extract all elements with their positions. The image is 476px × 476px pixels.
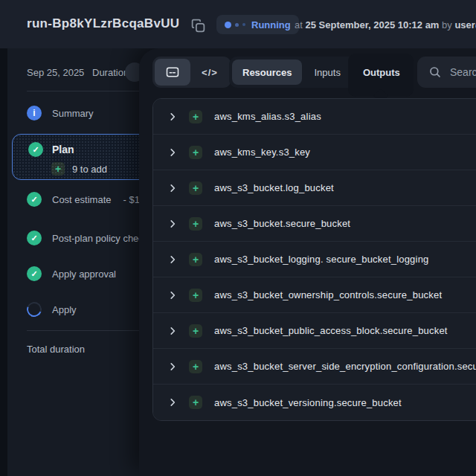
resource-name: aws_s3_bucket_versioning.secure_bucket — [214, 397, 402, 408]
create-plus-icon: + — [189, 181, 202, 195]
check-icon: ✓ — [28, 142, 43, 157]
check-icon: ✓ — [27, 192, 42, 207]
resource-row[interactable]: + aws_s3_bucket_server_side_encryption_c… — [153, 349, 476, 385]
create-plus-icon: + — [189, 289, 202, 302]
resource-name: aws_s3_bucket.secure_bucket — [214, 218, 350, 229]
chevron-right-icon[interactable] — [167, 183, 178, 193]
create-plus-icon: + — [189, 217, 202, 231]
resource-row[interactable]: + aws_s3_bucket_public_access_block.secu… — [153, 313, 476, 349]
step-label: Cost estimate — [52, 194, 111, 205]
resource-row[interactable]: + aws_s3_bucket.secure_bucket — [153, 206, 476, 242]
timestamp-value: 25 September, 2025 10:12 am — [305, 19, 439, 30]
run-timestamp: at 25 September, 2025 10:12 am by user@s… — [295, 19, 476, 30]
create-plus-icon: + — [189, 324, 202, 338]
run-date: Sep 25, 2025 — [27, 67, 84, 78]
divider — [27, 91, 152, 91]
search-icon — [428, 65, 442, 79]
search-box[interactable]: Search — [417, 57, 476, 88]
resource-name: aws_kms_alias.s3_alias — [214, 111, 321, 122]
running-dot-icon — [235, 23, 239, 27]
copy-icon — [190, 18, 206, 33]
code-view-button[interactable]: </> — [192, 59, 228, 86]
check-icon: ✓ — [27, 266, 42, 281]
resource-name: aws_s3_bucket_logging. secure_bucket_log… — [214, 254, 429, 265]
chevron-right-icon[interactable] — [167, 290, 178, 300]
resource-name: aws_s3_bucket_public_access_block.secure… — [214, 325, 448, 336]
sidebar-item-cost-estimate[interactable]: ✓ Cost estimate - $1/ — [27, 192, 143, 207]
step-label: Apply approval — [52, 268, 116, 280]
copy-run-id-button[interactable] — [189, 16, 207, 34]
chevron-right-icon[interactable] — [167, 326, 178, 336]
divider — [27, 330, 152, 331]
check-icon: ✓ — [27, 231, 42, 245]
running-dot-icon — [242, 23, 245, 26]
view-toggle: </> — [152, 57, 231, 88]
chevron-right-icon[interactable] — [167, 147, 178, 158]
create-plus-icon: + — [189, 110, 202, 123]
run-output-panel: </> Resources Inputs Outputs Search + aw… — [139, 48, 476, 476]
status-label: Running — [251, 19, 291, 30]
resource-row[interactable]: + aws_kms_key.s3_key — [153, 135, 476, 170]
sidebar-item-post-plan-policy-check[interactable]: ✓ Post-plan policy check — [27, 231, 148, 245]
info-icon: i — [27, 106, 42, 120]
resource-row[interactable]: + aws_s3_bucket_versioning.secure_bucket — [153, 385, 476, 420]
resource-name: aws_s3_bucket_server_side_encryption_con… — [214, 361, 476, 372]
resource-list: + aws_kms_alias.s3_alias + aws_kms_key.s… — [152, 98, 476, 421]
chevron-right-icon[interactable] — [167, 112, 178, 122]
sidebar-item-summary[interactable]: i Summary — [27, 106, 94, 120]
create-plus-icon: + — [189, 360, 202, 373]
search-placeholder: Search — [450, 66, 476, 78]
chevron-right-icon[interactable] — [167, 361, 178, 372]
code-icon: </> — [202, 67, 218, 78]
plus-icon: + — [51, 162, 65, 176]
sidebar-item-apply[interactable]: Apply — [27, 302, 77, 317]
author-prefix: by — [442, 19, 452, 30]
create-plus-icon: + — [189, 396, 202, 409]
author-value: user@se — [454, 19, 476, 30]
left-edge-strip — [0, 48, 7, 476]
step-label: Summary — [52, 108, 94, 119]
resource-name: aws_kms_key.s3_key — [214, 147, 310, 158]
duration-label: Duration — [92, 67, 129, 78]
run-title: run-Bp8kYLzrBcqaBvUU — [27, 16, 179, 31]
resource-row[interactable]: + aws_s3_bucket_logging. secure_bucket_l… — [153, 242, 476, 277]
resource-row[interactable]: + aws_s3_bucket.log_bucket — [153, 170, 476, 206]
timestamp-prefix: at — [295, 19, 303, 30]
status-badge: Running — [216, 15, 299, 34]
spinner-icon — [25, 300, 45, 320]
structured-view-icon — [165, 65, 180, 80]
output-tabs: Resources Inputs Outputs — [229, 57, 414, 88]
resource-name: aws_s3_bucket.log_bucket — [214, 182, 334, 193]
sidebar-item-plan[interactable]: ✓ Plan + 9 to add — [12, 134, 155, 180]
resource-row[interactable]: + aws_kms_alias.s3_alias — [153, 99, 476, 135]
resource-row[interactable]: + aws_s3_bucket_ownership_controls.secur… — [153, 277, 476, 313]
step-label: Apply — [52, 304, 77, 315]
create-plus-icon: + — [189, 146, 202, 159]
tab-resources[interactable]: Resources — [232, 60, 302, 85]
create-plus-icon: + — [189, 253, 202, 266]
plan-add-count: 9 to add — [72, 164, 107, 175]
tab-inputs[interactable]: Inputs — [303, 60, 350, 85]
chevron-right-icon[interactable] — [167, 397, 178, 408]
tab-outputs[interactable]: Outputs — [353, 60, 411, 85]
step-label: Post-plan policy check — [52, 233, 148, 244]
structured-view-button[interactable] — [155, 59, 190, 86]
total-duration-label: Total duration — [27, 344, 85, 355]
chevron-right-icon[interactable] — [167, 254, 178, 265]
chevron-right-icon[interactable] — [167, 219, 178, 229]
step-label: Plan — [52, 144, 74, 155]
run-header: run-Bp8kYLzrBcqaBvUU Running at 25 Septe… — [0, 0, 476, 48]
running-dot-icon — [225, 22, 231, 28]
sidebar-item-apply-approval[interactable]: ✓ Apply approval — [27, 266, 116, 281]
resource-name: aws_s3_bucket_ownership_controls.secure_… — [214, 289, 442, 300]
